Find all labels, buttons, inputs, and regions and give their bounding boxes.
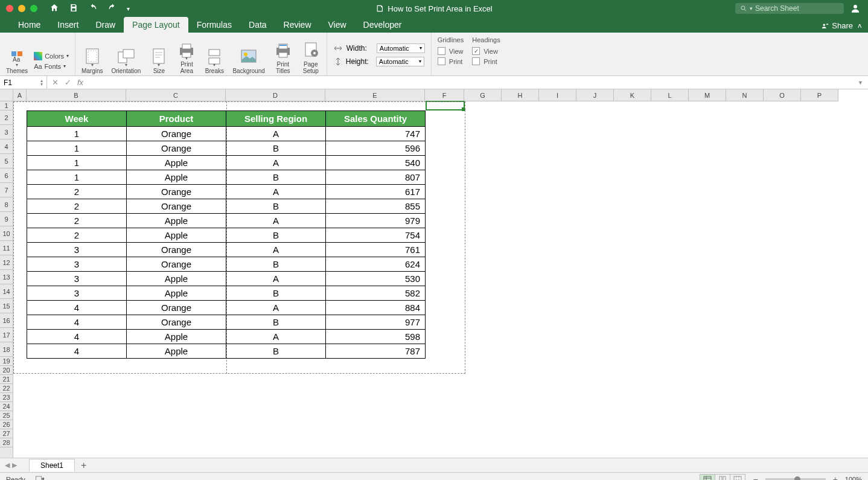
table-cell[interactable]: 1 [27,170,127,185]
redo-icon[interactable] [107,3,117,14]
table-cell[interactable]: B [226,257,326,272]
select-all-corner[interactable] [0,89,13,101]
row-header-17[interactable]: 17 [0,328,13,342]
table-cell[interactable]: Apple [127,170,226,185]
table-cell[interactable]: Apple [127,156,226,170]
row-header-27[interactable]: 27 [0,429,13,438]
table-cell[interactable]: 596 [326,141,426,156]
expand-formula-bar-icon[interactable]: ▼ [858,80,868,86]
print-titles-button[interactable]: Print Titles [273,40,293,74]
page-setup-button[interactable]: Page Setup [301,40,321,74]
table-header[interactable]: Product [127,111,226,127]
row-header-23[interactable]: 23 [0,393,13,402]
table-cell[interactable]: Apple [127,214,226,228]
sheet-nav-prev-icon[interactable]: ◀ [5,461,10,469]
col-header-O[interactable]: O [764,89,801,101]
table-cell[interactable]: Orange [127,127,226,141]
table-cell[interactable]: 855 [326,199,426,214]
collapse-ribbon-icon[interactable]: ʌ [858,22,862,30]
table-cell[interactable]: 582 [326,286,426,301]
table-cell[interactable]: Apple [127,330,226,344]
table-cell[interactable]: Orange [127,243,226,257]
table-cell[interactable]: B [226,170,326,185]
save-icon[interactable] [69,3,78,14]
cancel-formula-icon[interactable]: ✕ [52,78,59,87]
menu-tab-developer[interactable]: Developer [355,17,410,33]
headings-view-checkbox[interactable]: ✓View [472,47,500,55]
table-cell[interactable]: A [226,272,326,286]
sheet-nav-next-icon[interactable]: ▶ [12,461,17,469]
row-header-24[interactable]: 24 [0,402,13,411]
menu-tab-draw[interactable]: Draw [87,17,124,33]
table-cell[interactable]: Apple [127,228,226,243]
table-cell[interactable]: Orange [127,315,226,330]
undo-icon[interactable] [88,3,98,14]
table-cell[interactable]: B [226,228,326,243]
col-header-M[interactable]: M [689,89,726,101]
row-header-6[interactable]: 6 [0,168,13,183]
col-header-N[interactable]: N [726,89,764,101]
table-cell[interactable]: 3 [27,257,127,272]
table-cell[interactable]: 2 [27,214,127,228]
col-header-I[interactable]: I [539,89,576,101]
row-header-8[interactable]: 8 [0,197,13,212]
table-cell[interactable]: 3 [27,272,127,286]
col-header-L[interactable]: L [651,89,689,101]
menu-tab-data[interactable]: Data [240,17,275,33]
table-cell[interactable]: A [226,330,326,344]
zoom-level[interactable]: 100% [845,476,862,481]
menu-tab-insert[interactable]: Insert [49,17,87,33]
user-icon[interactable] [850,3,861,14]
table-cell[interactable]: A [226,127,326,141]
colors-button[interactable]: Colors ▾ [34,52,69,60]
col-header-J[interactable]: J [576,89,614,101]
maximize-window-icon[interactable] [30,5,37,12]
table-cell[interactable]: 3 [27,286,127,301]
table-cell[interactable]: 598 [326,330,426,344]
table-cell[interactable]: 747 [326,127,426,141]
col-header-E[interactable]: E [325,89,425,101]
row-header-11[interactable]: 11 [0,241,13,255]
table-cell[interactable]: A [226,243,326,257]
qat-dropdown-icon[interactable]: ▾ [127,5,130,12]
table-cell[interactable]: 787 [326,344,426,359]
table-cell[interactable]: A [226,156,326,170]
row-header-15[interactable]: 15 [0,299,13,313]
table-cell[interactable]: 2 [27,228,127,243]
table-cell[interactable]: 4 [27,301,127,315]
zoom-slider[interactable] [765,478,826,481]
menu-tab-home[interactable]: Home [10,17,49,33]
row-header-19[interactable]: 19 [0,357,13,366]
table-cell[interactable]: 761 [326,243,426,257]
name-box[interactable]: F1▴▾ [0,76,47,89]
table-cell[interactable]: 3 [27,243,127,257]
table-cell[interactable]: Orange [127,301,226,315]
table-cell[interactable]: 617 [326,185,426,199]
table-cell[interactable]: Orange [127,141,226,156]
cell-grid[interactable]: WeekProductSelling RegionSales Quantity1… [13,101,868,458]
col-header-D[interactable]: D [226,89,325,101]
table-cell[interactable]: 979 [326,214,426,228]
sheet-tab[interactable]: Sheet1 [29,459,75,472]
row-header-18[interactable]: 18 [0,342,13,357]
table-cell[interactable]: B [226,286,326,301]
themes-button[interactable]: Aa▾ Themes [6,47,28,74]
table-cell[interactable]: 624 [326,257,426,272]
table-cell[interactable]: 540 [326,156,426,170]
close-window-icon[interactable] [6,5,13,12]
table-cell[interactable]: 4 [27,330,127,344]
row-header-2[interactable]: 2 [0,110,13,125]
table-cell[interactable]: Apple [127,272,226,286]
page-layout-view-button[interactable] [715,474,730,481]
table-cell[interactable]: Apple [127,286,226,301]
col-header-B[interactable]: B [27,89,126,101]
row-header-7[interactable]: 7 [0,183,13,197]
margins-button[interactable]: ▾Margins [81,47,103,74]
row-header-22[interactable]: 22 [0,384,13,393]
table-cell[interactable]: Orange [127,185,226,199]
table-cell[interactable]: 2 [27,199,127,214]
table-cell[interactable]: 1 [27,127,127,141]
col-header-P[interactable]: P [801,89,838,101]
row-header-12[interactable]: 12 [0,255,13,270]
row-header-13[interactable]: 13 [0,270,13,284]
